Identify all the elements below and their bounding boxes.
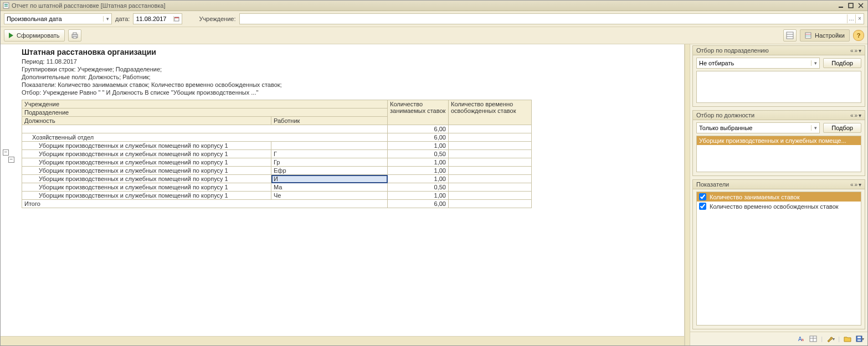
panel-header-subdiv: Отбор по подразделению « » ▾ xyxy=(693,46,865,55)
date-input[interactable] xyxy=(133,14,173,23)
meta-filter: Отбор: Учреждение Равно " " И Должность … xyxy=(22,89,679,96)
panel-position-filter: Отбор по должности « » ▾ ▾ Подбор Уборщи… xyxy=(692,110,865,176)
group-cell-col1: 6,00 xyxy=(388,125,449,133)
indicator-row[interactable]: Количество временно освобожденных ставок xyxy=(697,202,861,211)
svg-rect-10 xyxy=(73,33,76,34)
table-row[interactable]: Уборщик производственных и служебных пом… xyxy=(22,158,532,167)
report-scroll[interactable]: − − Штатная расстановка организации Пери… xyxy=(1,44,684,336)
cell-position: Уборщик производственных и служебных пом… xyxy=(22,150,271,158)
wrench-icon[interactable]: ▾ xyxy=(826,334,835,343)
app-icon xyxy=(3,2,9,9)
cell-col1: 1,00 xyxy=(388,142,449,150)
group-row-institution[interactable]: 6,00 xyxy=(22,125,532,133)
close-button[interactable] xyxy=(856,2,865,9)
indicators-list[interactable]: Количество занимаемых ставок Количество … xyxy=(696,192,861,326)
svg-text:a: a xyxy=(802,338,804,342)
minimize-button[interactable] xyxy=(836,2,845,9)
subdiv-pick-button[interactable]: Подбор xyxy=(823,58,861,68)
table-settings-icon[interactable] xyxy=(809,334,818,343)
vertical-splitter[interactable] xyxy=(685,44,690,345)
cell-worker xyxy=(271,142,388,150)
position-pick-list[interactable]: Уборщик производственных и служебных пом… xyxy=(696,136,861,172)
group-cell-subdiv-name: Хозяйственный отдел xyxy=(22,133,388,142)
position-pick-button[interactable]: Подбор xyxy=(823,123,861,133)
cell-col2 xyxy=(449,150,532,158)
panel-close-icon[interactable]: ▾ xyxy=(859,182,861,188)
cell-worker: Че xyxy=(271,192,388,200)
panel-position-controls: ▾ Подбор xyxy=(693,120,865,136)
panel-collapse-left-icon[interactable]: « xyxy=(850,182,854,188)
table-row[interactable]: Уборщик производственных и служебных пом… xyxy=(22,150,532,158)
tree-collapse-level1[interactable]: − xyxy=(3,149,9,156)
table-row[interactable]: Уборщик производственных и служебных пом… xyxy=(22,183,532,192)
cell-worker: Ефр xyxy=(271,167,388,175)
total-row[interactable]: Итого 6,00 xyxy=(22,200,532,208)
toolbar-period: ▾ дата: Учреждение: … × xyxy=(1,11,867,27)
table-row[interactable]: Уборщик производственных и служебных пом… xyxy=(22,142,532,150)
subdiv-mode-combo[interactable]: ▾ xyxy=(696,58,820,69)
meta-period: Период: 11.08.2017 xyxy=(22,58,679,65)
panel-collapse-right-icon[interactable]: » xyxy=(854,182,857,188)
subdiv-pick-list[interactable] xyxy=(696,71,861,103)
maximize-button[interactable] xyxy=(846,2,855,9)
header-col1: Количество занимаемых ставок xyxy=(388,100,449,125)
cell-position: Уборщик производственных и служебных пом… xyxy=(22,142,271,150)
indicator-checkbox[interactable] xyxy=(699,193,706,200)
cell-worker-selected[interactable]: И xyxy=(271,175,388,183)
header-worker: Работник xyxy=(271,117,388,125)
position-list-item[interactable]: Уборщик производственных и служебных пом… xyxy=(697,136,861,145)
generate-button-label: Сформировать xyxy=(17,32,60,39)
table-row[interactable]: Уборщик производственных и служебных пом… xyxy=(22,175,532,183)
panel-collapse-right-icon[interactable]: » xyxy=(854,48,857,54)
print-button[interactable] xyxy=(68,29,81,42)
institution-field[interactable]: … × xyxy=(239,13,864,24)
ellipsis-icon[interactable]: … xyxy=(847,14,855,23)
position-mode-combo[interactable]: ▾ xyxy=(696,122,820,133)
svg-rect-12 xyxy=(787,32,793,39)
horizontal-scrollbar[interactable] xyxy=(1,336,684,345)
grid-view-button[interactable] xyxy=(783,29,797,42)
svg-rect-1 xyxy=(4,4,8,5)
folder-open-icon[interactable] xyxy=(843,334,852,343)
cell-col1: 1,00 xyxy=(388,167,449,175)
generate-button[interactable]: Сформировать xyxy=(4,29,65,42)
table-row[interactable]: Уборщик производственных и служебных пом… xyxy=(22,192,532,200)
svg-rect-2 xyxy=(4,6,8,7)
chevron-down-icon[interactable]: ▾ xyxy=(811,125,819,131)
report-table: Учреждение Количество занимаемых ставок … xyxy=(22,100,532,208)
clear-icon[interactable]: × xyxy=(855,14,864,23)
indicator-row[interactable]: Количество занимаемых ставок xyxy=(697,192,861,202)
group-cell-institution xyxy=(22,125,388,133)
svg-rect-15 xyxy=(805,33,811,38)
svg-rect-11 xyxy=(73,37,76,38)
subdiv-mode-input[interactable] xyxy=(697,59,811,68)
font-settings-icon[interactable]: Aa xyxy=(797,334,805,343)
period-mode-combo[interactable]: ▾ xyxy=(4,13,112,24)
table-row[interactable]: Уборщик производственных и служебных пом… xyxy=(22,167,532,175)
chevron-down-icon[interactable]: ▾ xyxy=(811,60,819,66)
settings-button[interactable]: Настройки xyxy=(800,29,850,42)
header-subdivision: Подразделение xyxy=(22,109,388,117)
chevron-down-icon[interactable]: ▾ xyxy=(103,16,111,22)
panel-close-icon[interactable]: ▾ xyxy=(859,112,861,118)
panel-collapse-right-icon[interactable]: » xyxy=(854,112,857,118)
date-field[interactable] xyxy=(133,13,182,24)
indicator-checkbox[interactable] xyxy=(699,203,706,210)
window-title: Отчет по штатной расстановке [Штатная ра… xyxy=(12,2,165,9)
panel-collapse-left-icon[interactable]: « xyxy=(850,112,854,118)
total-col2 xyxy=(449,200,532,208)
group-row-subdivision[interactable]: Хозяйственный отдел 6,00 xyxy=(22,133,532,142)
panel-collapse-left-icon[interactable]: « xyxy=(850,48,854,54)
group-cell-col2 xyxy=(449,125,532,133)
calendar-icon[interactable] xyxy=(173,16,182,22)
cell-col1: 1,00 xyxy=(388,192,449,200)
position-mode-input[interactable] xyxy=(697,123,811,132)
tree-collapse-level2[interactable]: − xyxy=(8,157,14,163)
app-window: Отчет по штатной расстановке [Штатная ра… xyxy=(0,0,868,346)
institution-input[interactable] xyxy=(240,14,847,23)
panel-close-icon[interactable]: ▾ xyxy=(859,48,861,54)
help-button[interactable]: ? xyxy=(853,30,864,41)
period-mode-input[interactable] xyxy=(4,14,103,23)
filter-pane: Отбор по подразделению « » ▾ ▾ Подбор xyxy=(690,44,867,345)
save-icon[interactable]: ▾ xyxy=(855,334,864,343)
